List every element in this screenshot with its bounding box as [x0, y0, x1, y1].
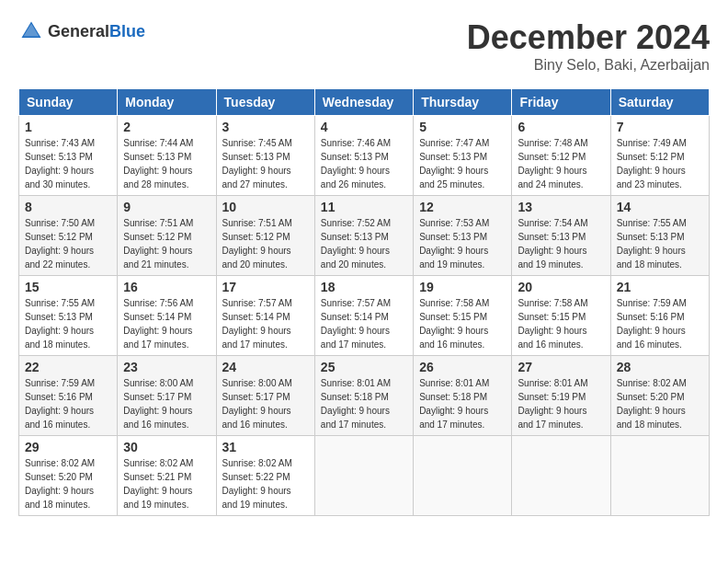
daylight-label: Daylight: 9 hours: [25, 166, 94, 176]
day-info: Sunrise: 7:55 AM Sunset: 5:13 PM Dayligh…: [25, 296, 111, 351]
sunset-label: Sunset: 5:13 PM: [419, 152, 487, 162]
daylight-label: Daylight: 9 hours: [25, 406, 94, 416]
day-number: 24: [222, 360, 309, 374]
day-number: 16: [123, 280, 210, 294]
calendar-cell: 28 Sunrise: 8:02 AM Sunset: 5:20 PM Dayl…: [610, 356, 709, 436]
day-info: Sunrise: 7:51 AM Sunset: 5:12 PM Dayligh…: [222, 216, 309, 271]
sunset-label: Sunset: 5:22 PM: [222, 472, 290, 482]
sunset-label: Sunset: 5:20 PM: [25, 472, 93, 482]
day-number: 25: [321, 360, 407, 374]
sunrise-label: Sunrise: 8:00 AM: [222, 378, 292, 388]
calendar-cell: 17 Sunrise: 7:57 AM Sunset: 5:14 PM Dayl…: [216, 276, 314, 356]
day-number: 20: [518, 280, 604, 294]
daylight-minutes: and 16 minutes.: [518, 339, 583, 350]
day-number: 13: [518, 200, 604, 214]
sunset-label: Sunset: 5:12 PM: [123, 232, 191, 242]
sunset-label: Sunset: 5:18 PM: [321, 392, 389, 402]
daylight-minutes: and 17 minutes.: [123, 339, 188, 350]
daylight-minutes: and 18 minutes.: [25, 500, 90, 510]
daylight-label: Daylight: 9 hours: [222, 406, 291, 416]
daylight-label: Daylight: 9 hours: [617, 326, 686, 336]
day-info: Sunrise: 8:00 AM Sunset: 5:17 PM Dayligh…: [222, 376, 309, 431]
calendar-cell: 10 Sunrise: 7:51 AM Sunset: 5:12 PM Dayl…: [216, 196, 314, 276]
sunrise-label: Sunrise: 7:48 AM: [518, 138, 587, 148]
day-number: 31: [222, 440, 309, 454]
daylight-label: Daylight: 9 hours: [321, 406, 390, 416]
title-section: December 2024 Biny Selo, Baki, Azerbaija…: [467, 18, 710, 74]
sunset-label: Sunset: 5:19 PM: [518, 392, 586, 402]
daylight-minutes: and 22 minutes.: [25, 259, 90, 270]
svg-marker-1: [24, 24, 40, 37]
calendar-cell: [314, 436, 413, 516]
daylight-label: Daylight: 9 hours: [518, 246, 586, 256]
daylight-label: Daylight: 9 hours: [321, 326, 390, 336]
calendar-cell: 29 Sunrise: 8:02 AM Sunset: 5:20 PM Dayl…: [19, 436, 118, 516]
day-number: 5: [419, 120, 506, 134]
sunrise-label: Sunrise: 7:47 AM: [419, 138, 489, 148]
calendar-cell: 16 Sunrise: 7:56 AM Sunset: 5:14 PM Dayl…: [118, 276, 216, 356]
sunrise-label: Sunrise: 7:54 AM: [518, 218, 587, 228]
day-info: Sunrise: 8:02 AM Sunset: 5:22 PM Dayligh…: [222, 456, 309, 511]
day-number: 2: [123, 120, 210, 134]
daylight-label: Daylight: 9 hours: [222, 486, 291, 496]
weekday-header-saturday: Saturday: [610, 89, 709, 116]
weekday-header-tuesday: Tuesday: [216, 89, 314, 116]
sunrise-label: Sunrise: 7:44 AM: [123, 138, 193, 148]
daylight-label: Daylight: 9 hours: [123, 166, 192, 176]
daylight-minutes: and 16 minutes.: [25, 419, 90, 430]
daylight-label: Daylight: 9 hours: [123, 406, 192, 416]
calendar-cell: 2 Sunrise: 7:44 AM Sunset: 5:13 PM Dayli…: [118, 116, 216, 196]
sunset-label: Sunset: 5:17 PM: [123, 392, 191, 402]
calendar-cell: 25 Sunrise: 8:01 AM Sunset: 5:18 PM Dayl…: [314, 356, 413, 436]
day-info: Sunrise: 8:02 AM Sunset: 5:21 PM Dayligh…: [123, 456, 210, 511]
sunset-label: Sunset: 5:14 PM: [222, 312, 290, 322]
location-subtitle: Biny Selo, Baki, Azerbaijan: [467, 57, 710, 74]
day-number: 1: [25, 120, 111, 134]
daylight-label: Daylight: 9 hours: [419, 246, 488, 256]
day-number: 30: [123, 440, 210, 454]
calendar-cell: 20 Sunrise: 7:58 AM Sunset: 5:15 PM Dayl…: [512, 276, 610, 356]
day-info: Sunrise: 7:51 AM Sunset: 5:12 PM Dayligh…: [123, 216, 210, 271]
daylight-label: Daylight: 9 hours: [222, 166, 291, 176]
daylight-minutes: and 17 minutes.: [321, 339, 386, 350]
day-number: 6: [518, 120, 604, 134]
sunset-label: Sunset: 5:13 PM: [321, 232, 389, 242]
logo: GeneralBlue: [18, 18, 145, 44]
sunset-label: Sunset: 5:13 PM: [25, 152, 93, 162]
day-number: 8: [25, 200, 111, 214]
week-row-4: 22 Sunrise: 7:59 AM Sunset: 5:16 PM Dayl…: [19, 356, 710, 436]
daylight-label: Daylight: 9 hours: [25, 486, 94, 496]
daylight-minutes: and 20 minutes.: [222, 259, 288, 270]
week-row-1: 1 Sunrise: 7:43 AM Sunset: 5:13 PM Dayli…: [19, 116, 710, 196]
weekday-header-friday: Friday: [512, 89, 610, 116]
sunset-label: Sunset: 5:17 PM: [222, 392, 290, 402]
day-info: Sunrise: 7:48 AM Sunset: 5:12 PM Dayligh…: [518, 136, 604, 191]
daylight-minutes: and 25 minutes.: [419, 179, 484, 190]
day-info: Sunrise: 7:56 AM Sunset: 5:14 PM Dayligh…: [123, 296, 210, 351]
sunrise-label: Sunrise: 8:01 AM: [419, 378, 489, 388]
day-info: Sunrise: 7:57 AM Sunset: 5:14 PM Dayligh…: [222, 296, 309, 351]
page-header: GeneralBlue December 2024 Biny Selo, Bak…: [18, 18, 710, 74]
day-number: 7: [617, 120, 703, 134]
sunrise-label: Sunrise: 7:51 AM: [222, 218, 292, 228]
day-number: 9: [123, 200, 210, 214]
daylight-label: Daylight: 9 hours: [518, 166, 586, 176]
calendar-cell: [414, 436, 512, 516]
calendar-cell: 14 Sunrise: 7:55 AM Sunset: 5:13 PM Dayl…: [610, 196, 709, 276]
sunrise-label: Sunrise: 8:02 AM: [617, 378, 687, 388]
sunrise-label: Sunrise: 8:02 AM: [25, 458, 95, 468]
day-info: Sunrise: 7:44 AM Sunset: 5:13 PM Dayligh…: [123, 136, 210, 191]
day-number: 19: [419, 280, 506, 294]
daylight-label: Daylight: 9 hours: [617, 246, 686, 256]
calendar-cell: 13 Sunrise: 7:54 AM Sunset: 5:13 PM Dayl…: [512, 196, 610, 276]
day-info: Sunrise: 7:59 AM Sunset: 5:16 PM Dayligh…: [25, 376, 111, 431]
day-info: Sunrise: 7:58 AM Sunset: 5:15 PM Dayligh…: [419, 296, 506, 351]
calendar-cell: 12 Sunrise: 7:53 AM Sunset: 5:13 PM Dayl…: [414, 196, 512, 276]
day-info: Sunrise: 7:59 AM Sunset: 5:16 PM Dayligh…: [617, 296, 703, 351]
daylight-label: Daylight: 9 hours: [321, 246, 390, 256]
calendar-cell: 15 Sunrise: 7:55 AM Sunset: 5:13 PM Dayl…: [19, 276, 118, 356]
day-info: Sunrise: 7:55 AM Sunset: 5:13 PM Dayligh…: [617, 216, 703, 271]
calendar-cell: 27 Sunrise: 8:01 AM Sunset: 5:19 PM Dayl…: [512, 356, 610, 436]
daylight-label: Daylight: 9 hours: [518, 326, 586, 336]
calendar-cell: 22 Sunrise: 7:59 AM Sunset: 5:16 PM Dayl…: [19, 356, 118, 436]
